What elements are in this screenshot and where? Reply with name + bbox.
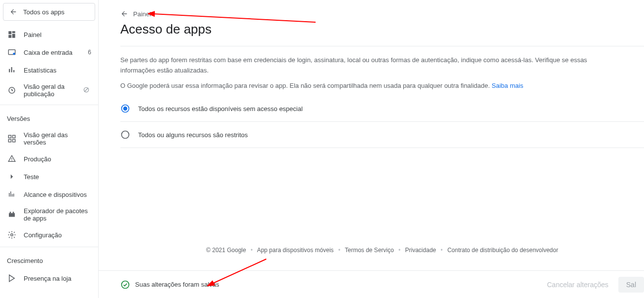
save-status-label: Suas alterações foram salvas [135,281,219,288]
sidebar-item-inbox[interactable]: Caixa de entrada 6 [0,43,98,61]
svg-rect-11 [9,213,15,217]
svg-point-12 [10,212,11,213]
disabled-icon [82,86,91,95]
footer-links: © 2021 Google • App para dispositivos mó… [120,247,644,254]
svg-point-17 [122,131,129,139]
sidebar: Todos os apps Painel Caixa de entrada 6 … [0,0,99,298]
svg-rect-7 [8,140,11,142]
sidebar-item-label: Painel [24,31,91,38]
footer-link-mobile-app[interactable]: App para dispositivos móveis [257,247,333,254]
store-icon [7,273,17,283]
all-apps-label: Todos os apps [23,8,65,16]
reach-icon [7,189,17,199]
stats-icon [7,65,17,75]
footer-link-dist-agreement[interactable]: Contrato de distribuição do desenvolvedo… [447,247,558,254]
radio-label: Todos os recursos estão disponíveis sem … [138,105,303,112]
main-content: Painel Acesso de apps Se partes do app f… [99,0,644,270]
inbox-count-badge: 6 [88,49,91,56]
svg-point-14 [11,234,13,236]
check-circle-icon [120,280,130,290]
production-icon [7,154,17,164]
sidebar-item-label: Explorador de pacotes de apps [24,207,91,222]
radio-option-restricted[interactable]: Todos ou alguns recursos são restritos [120,122,644,148]
sidebar-item-pub-overview[interactable]: Visão geral da publicação [0,79,98,102]
sidebar-item-label: Presença na loja [24,275,91,282]
sidebar-item-label: Configuração [24,231,91,239]
sidebar-item-stats[interactable]: Estatísticas [0,61,98,79]
sidebar-item-label: Teste [24,173,91,181]
learn-more-link[interactable]: Saiba mais [492,82,523,89]
svg-rect-6 [13,135,15,138]
chevron-right-icon [7,172,17,182]
svg-point-1 [13,53,15,55]
svg-point-16 [123,107,127,111]
svg-rect-5 [8,135,11,138]
sidebar-item-store-presence[interactable]: Presença na loja [0,269,98,287]
sidebar-item-label: Visão geral das versões [24,131,91,146]
all-apps-button[interactable]: Todos os apps [3,3,95,21]
svg-point-18 [122,281,129,288]
section-title-versions: Versões [0,108,98,127]
footer-link-privacy[interactable]: Privacidade [405,247,436,254]
intro-p1: Se partes do app forem restritas com bas… [120,55,594,76]
radio-unselected-icon [120,130,130,140]
divider [120,148,644,148]
versions-icon [7,134,17,144]
divider [0,247,98,247]
sidebar-item-test[interactable]: Teste [0,168,98,186]
sidebar-item-painel[interactable]: Painel [0,26,98,43]
bundle-icon [7,210,17,220]
publish-overview-icon [7,85,17,95]
dashboard-icon [7,30,17,39]
back-arrow-icon [120,10,128,18]
save-bar: Suas alterações foram salvas Cancelar al… [99,270,644,298]
breadcrumb-back[interactable]: Painel [120,10,644,18]
cancel-button[interactable]: Cancelar alterações [539,277,616,293]
divider [120,46,644,46]
svg-rect-8 [13,140,15,142]
svg-line-4 [84,88,88,92]
radio-label: Todos ou alguns recursos são restritos [138,131,248,139]
sidebar-item-reach[interactable]: Alcance e dispositivos [0,186,98,203]
sidebar-item-label: Alcance e dispositivos [24,191,91,198]
sidebar-item-label: Visão geral da publicação [24,83,82,98]
svg-point-13 [13,212,14,213]
save-status: Suas alterações foram salvas [120,280,219,290]
sidebar-item-label: Caixa de entrada [24,49,86,56]
footer-copyright: © 2021 Google [206,247,246,254]
radio-option-all-available[interactable]: Todos os recursos estão disponíveis sem … [120,96,644,121]
intro-p2: O Google poderá usar essa informação par… [120,82,492,89]
radio-selected-icon [120,104,130,113]
svg-point-10 [11,160,12,161]
breadcrumb-label: Painel [133,10,151,18]
sidebar-item-config[interactable]: Configuração [0,226,98,244]
divider [0,105,98,105]
sidebar-item-bundle-explorer[interactable]: Explorador de pacotes de apps [0,203,98,226]
section-title-growth: Crescimento [0,250,98,269]
back-arrow-icon [9,8,17,16]
sidebar-item-label: Produção [24,155,91,163]
page-title: Acesso de apps [120,22,644,37]
intro-text: Se partes do app forem restritas com bas… [120,55,594,91]
inbox-icon [7,47,17,57]
sidebar-item-production[interactable]: Produção [0,150,98,168]
save-button[interactable]: Sal [618,277,644,293]
footer-link-tos[interactable]: Termos de Serviço [345,247,394,254]
gear-icon [7,230,17,240]
sidebar-item-label: Estatísticas [24,67,91,74]
sidebar-item-versions-overview[interactable]: Visão geral das versões [0,127,98,150]
